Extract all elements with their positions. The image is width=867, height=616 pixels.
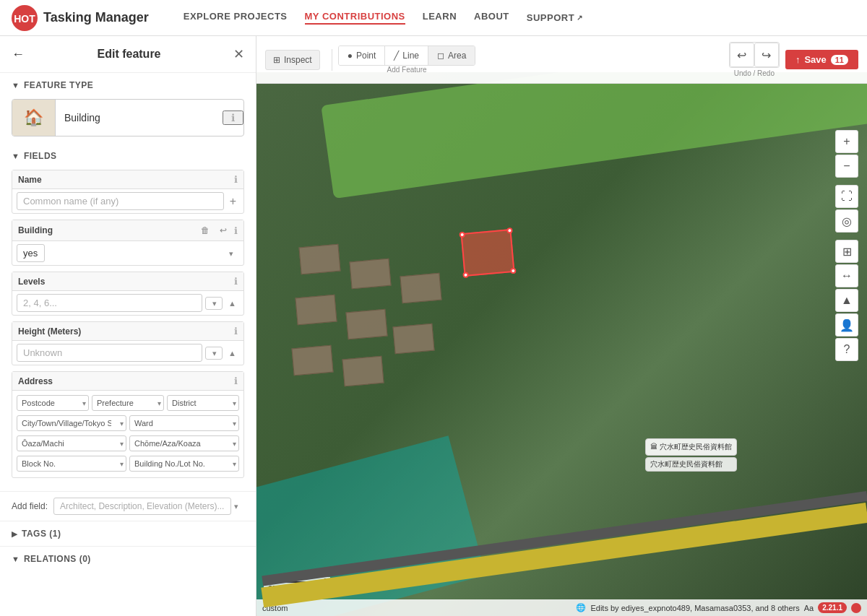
height-info-button[interactable]: ℹ — [234, 326, 238, 337]
nav-about[interactable]: ABOUT — [474, 11, 509, 25]
feature-type-block: 🏠 Building ℹ — [0, 95, 256, 144]
building-field-input-row: yes no — [12, 241, 243, 265]
redo-button[interactable]: ↪ — [754, 43, 779, 67]
locate-button[interactable]: ◎ — [835, 209, 858, 233]
map-style-button[interactable]: ↔ — [835, 264, 858, 287]
map-building-1 — [298, 244, 340, 275]
feature-type-info-button[interactable]: ℹ — [223, 110, 243, 125]
fields-section-header[interactable]: ▼ Fields — [0, 144, 256, 165]
nav-learn[interactable]: LEARN — [423, 11, 457, 25]
levels-field-input-row: ▲ — [12, 291, 243, 315]
height-field-label: Height (Meters) — [18, 326, 81, 337]
block-select[interactable]: Block No. — [17, 456, 126, 472]
save-button[interactable]: ↑ Save 11 — [785, 50, 858, 69]
info-map-button[interactable]: ▲ — [835, 289, 858, 312]
oaza-wrapper: Ōaza/Machi — [17, 435, 126, 451]
levels-input[interactable] — [17, 294, 202, 312]
handle-br — [510, 268, 517, 274]
building-no-select[interactable]: Building No./Lot No. — [129, 456, 239, 472]
city-select[interactable]: City/Town/Village/Tokyo Special W... — [17, 415, 126, 431]
prefecture-select[interactable]: Prefecture — [92, 395, 164, 411]
help-map-button[interactable]: ? — [835, 338, 858, 361]
map-building-8 — [392, 324, 434, 355]
nav-support[interactable]: SUPPORT ↗ — [527, 11, 583, 25]
add-field-row: Add field: Architect, Description, Eleva… — [0, 491, 256, 521]
building-type-icon: 🏠 — [12, 100, 56, 136]
globe-icon: 🌐 — [576, 603, 586, 612]
save-count-badge: 11 — [831, 55, 848, 65]
inspect-icon: ⊞ — [273, 55, 280, 65]
handle-tl — [459, 232, 465, 238]
tags-section-title: Tags (1) — [22, 529, 61, 539]
name-field-input-row: + — [12, 189, 243, 213]
layers-button[interactable]: ⊞ — [835, 240, 858, 263]
map-bottom-right: 🌐 Edits by ediyes_expnoto489, Masamasa03… — [576, 602, 861, 613]
close-button[interactable]: ✕ — [233, 46, 244, 62]
building-select[interactable]: yes no — [17, 244, 45, 262]
green-strip — [321, 72, 867, 199]
levels-field-label-row: Levels ℹ — [12, 272, 243, 291]
name-input[interactable] — [17, 192, 224, 210]
line-button[interactable]: ╱ Line — [385, 46, 428, 65]
chome-select[interactable]: Chōme/Aza/Koaza — [129, 435, 239, 451]
point-button[interactable]: ● Point — [339, 46, 386, 65]
postcode-select[interactable]: Postcode — [17, 395, 89, 411]
prefecture-wrapper: Prefecture — [92, 395, 164, 411]
area-icon: ◻ — [437, 51, 444, 61]
house-icon: 🏠 — [24, 108, 43, 127]
map-building-2 — [349, 259, 391, 290]
fullscreen-button[interactable]: ⛶ — [835, 185, 858, 208]
inspect-button[interactable]: ⊞ Inspect — [265, 50, 320, 70]
relations-section[interactable]: ▼ Relations (0) — [0, 546, 256, 571]
address-info-button[interactable]: ℹ — [234, 376, 238, 386]
back-button[interactable]: ← — [12, 47, 25, 62]
levels-info-button[interactable]: ℹ — [234, 276, 238, 287]
height-field-label-row: Height (Meters) ℹ — [12, 322, 243, 341]
map-building-3 — [400, 273, 441, 304]
feature-type-section-header[interactable]: ▼ Feature Type — [0, 73, 256, 95]
zoom-in-button[interactable]: + — [835, 130, 858, 153]
address-grid-row3: Ōaza/Machi Chōme/Aza/Koaza — [12, 435, 243, 456]
line-icon: ╱ — [394, 51, 399, 61]
hot-logo-icon: HOT — [12, 5, 38, 31]
user-map-button[interactable]: 👤 — [835, 313, 858, 337]
map-container: ⊞ Inspect ● Point ╱ Line — [256, 36, 867, 616]
relations-section-title: Relations (0) — [24, 554, 91, 564]
feature-type-chevron-icon: ▼ — [12, 81, 20, 90]
name-info-button[interactable]: ℹ — [234, 174, 238, 185]
nav-links: EXPLORE PROJECTS MY CONTRIBUTIONS LEARN … — [184, 11, 583, 25]
levels-field-label: Levels — [18, 277, 45, 287]
add-feature-label: Add Feature — [387, 66, 427, 74]
area-button[interactable]: ◻ Area — [428, 46, 475, 65]
add-field-select[interactable]: Architect, Description, Elevation (Meter… — [53, 498, 231, 515]
undo-redo-group: ↩ ↪ Undo / Redo — [729, 42, 780, 77]
map-building-4 — [295, 295, 337, 326]
tags-section[interactable]: ▶ Tags (1) — [0, 521, 256, 546]
district-select[interactable]: District — [167, 395, 239, 411]
map-building-7 — [342, 356, 384, 387]
nav-my-contributions[interactable]: MY CONTRIBUTIONS — [305, 11, 405, 25]
height-dropdown[interactable] — [205, 347, 223, 360]
zoom-out-button[interactable]: − — [835, 155, 858, 178]
map-satellite[interactable]: 🏛 穴水町歴史民俗資料館 穴水町歴史民俗資料館 + − ⛶ ◎ ⊞ ↔ ▲ 👤 … — [256, 72, 867, 616]
ward-wrapper: Ward — [129, 415, 239, 431]
name-field-actions: ℹ — [234, 174, 238, 185]
fields-block: Name ℹ + Building 🗑 ↩ ℹ — [0, 165, 256, 491]
nav-explore-projects[interactable]: EXPLORE PROJECTS — [184, 11, 288, 25]
ward-select[interactable]: Ward — [129, 415, 239, 431]
levels-dropdown[interactable] — [205, 297, 223, 310]
postcode-wrapper: Postcode — [17, 395, 89, 411]
undo-redo-label: Undo / Redo — [734, 69, 775, 77]
undo-button[interactable]: ↩ — [730, 43, 754, 67]
levels-up-button[interactable]: ▲ — [225, 298, 239, 309]
building-info-button[interactable]: ℹ — [234, 225, 238, 236]
name-add-button[interactable]: + — [227, 194, 239, 209]
feature-type-item: 🏠 Building ℹ — [12, 99, 244, 136]
levels-field-group: Levels ℹ ▲ — [12, 272, 244, 316]
height-up-button[interactable]: ▲ — [225, 347, 239, 359]
height-input[interactable] — [17, 344, 202, 362]
building-delete-button[interactable]: 🗑 — [198, 224, 212, 237]
building-undo-button[interactable]: ↩ — [217, 224, 230, 237]
oaza-select[interactable]: Ōaza/Machi — [17, 435, 126, 451]
city-wrapper: City/Town/Village/Tokyo Special W... — [17, 415, 126, 431]
